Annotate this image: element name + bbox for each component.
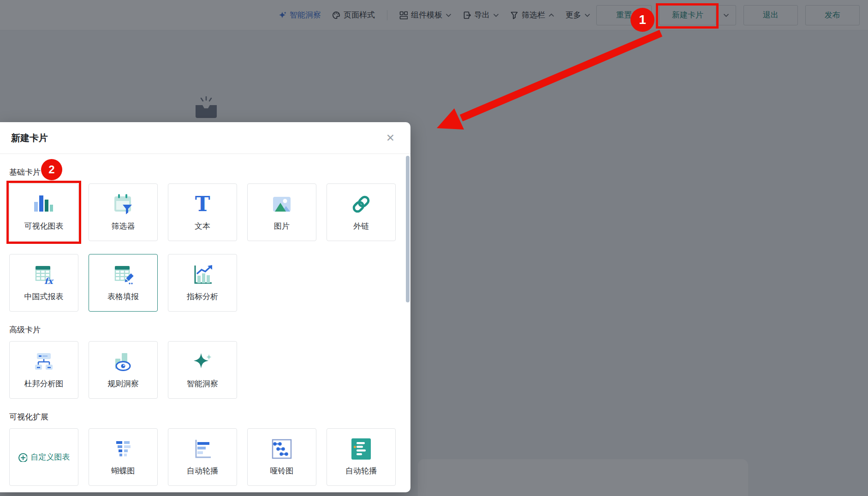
card-label: 外链: [353, 221, 369, 231]
dialog-header: 新建卡片 ✕: [0, 122, 410, 154]
butterfly-icon: [112, 438, 134, 460]
card-label: 哑铃图: [270, 466, 294, 476]
annotation-box-step1: [656, 3, 719, 29]
card-grid: 自定义图表蝴蝶图自动轮播哑铃图自动轮播: [9, 428, 401, 486]
scrollbar-thumb[interactable]: [406, 156, 410, 302]
card-dumbbell[interactable]: 哑铃图: [247, 428, 316, 486]
card-table-fx[interactable]: fx中国式报表: [9, 254, 78, 312]
card-label: 自动轮播: [187, 466, 218, 476]
link-icon: [350, 193, 372, 215]
card-label: 自动轮播: [345, 466, 377, 476]
smart-insight-icon: [191, 351, 214, 373]
card-label: 自定义图表: [31, 452, 70, 462]
annotation-badge-1: 1: [630, 8, 654, 32]
card-label: 蝴蝶图: [112, 466, 135, 476]
annotation-badge-2: 2: [41, 159, 62, 180]
carousel-teal-icon: [350, 438, 372, 460]
section-label: 基础卡片: [9, 168, 401, 177]
annotation-box-step2: [6, 181, 81, 244]
dialog-title: 新建卡片: [11, 132, 48, 144]
card-butterfly[interactable]: 蝴蝶图: [89, 428, 158, 486]
calendar-filter-icon: [112, 193, 134, 215]
card-label: 指标分析: [187, 291, 218, 302]
card-grid: 杜邦分析图规则洞察智能洞察: [9, 341, 401, 399]
card-label: 图片: [274, 221, 290, 231]
text-icon: T: [191, 193, 214, 215]
new-card-dialog: 新建卡片 ✕ 基础卡片可视化图表筛选器T文本图片外链fx中国式报表表格填报指标分…: [0, 122, 410, 492]
card-label: 杜邦分析图: [24, 378, 64, 389]
card-carousel[interactable]: 自动轮播: [168, 428, 237, 486]
card-label: 规则洞察: [107, 378, 139, 389]
svg-text:fx: fx: [44, 276, 54, 286]
table-fx-icon: fx: [33, 264, 55, 286]
card-label: 中国式报表: [24, 291, 64, 302]
rule-insight-icon: [112, 351, 134, 373]
card-rule-insight[interactable]: 规则洞察: [89, 341, 158, 399]
card-text[interactable]: T文本: [168, 183, 237, 241]
svg-text:T: T: [195, 193, 210, 215]
dupont-tree-icon: [33, 351, 55, 373]
card-smart-insight[interactable]: 智能洞察: [168, 341, 237, 399]
card-image[interactable]: 图片: [247, 183, 316, 241]
custom-chart-icon: [18, 453, 27, 462]
card-label: 表格填报: [107, 291, 139, 302]
table-edit-icon: [112, 264, 134, 286]
card-carousel-teal[interactable]: 自动轮播: [327, 428, 396, 486]
card-dupont-tree[interactable]: 杜邦分析图: [9, 341, 78, 399]
carousel-icon: [191, 438, 214, 460]
card-metric-analysis[interactable]: 指标分析: [168, 254, 237, 312]
close-icon[interactable]: ✕: [386, 133, 395, 143]
dumbbell-icon: [271, 438, 293, 460]
card-label: 智能洞察: [187, 378, 218, 389]
card-table-edit[interactable]: 表格填报: [89, 254, 158, 312]
card-label: 文本: [195, 221, 210, 231]
card-custom-chart[interactable]: 自定义图表: [9, 428, 78, 486]
metric-analysis-icon: [191, 264, 214, 286]
card-label: 筛选器: [112, 221, 135, 231]
section-label: 高级卡片: [9, 325, 401, 335]
card-link[interactable]: 外链: [327, 183, 396, 241]
image-icon: [271, 193, 293, 215]
card-calendar-filter[interactable]: 筛选器: [89, 183, 158, 241]
section-label: 可视化扩展: [9, 413, 401, 422]
